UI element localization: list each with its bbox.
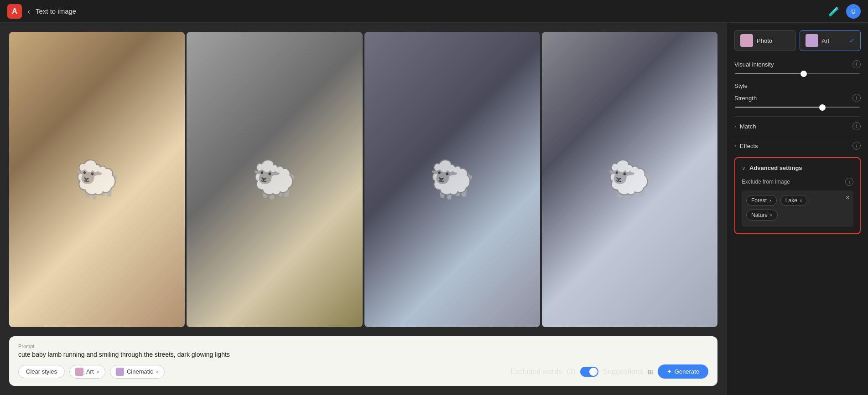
effects-label: Effects: [740, 143, 758, 149]
cinematic-style-tag[interactable]: Cinematic ×: [110, 365, 165, 379]
suggestions-icon: ⊞: [648, 368, 653, 375]
effects-chevron: ›: [734, 143, 736, 149]
advanced-settings-title: Advanced settings: [749, 164, 802, 171]
forest-tag-label: Forest: [751, 197, 767, 204]
image-cell-3[interactable]: 🐑: [364, 32, 540, 327]
lake-tag[interactable]: Lake ×: [780, 195, 807, 206]
match-row[interactable]: › Match i: [734, 116, 861, 136]
exclude-label: Exclude from image: [742, 179, 790, 185]
excluded-words-label: Excluded words: [510, 368, 562, 376]
page-title: Text to image: [36, 7, 76, 15]
advanced-settings-header[interactable]: ∨ Advanced settings: [742, 164, 853, 171]
strength-track: [735, 107, 860, 108]
visual-intensity-section: Visual intensity i: [734, 60, 861, 74]
cinematic-tag-close[interactable]: ×: [156, 369, 159, 374]
match-left: › Match: [734, 123, 756, 130]
tags-clear-button[interactable]: ×: [846, 194, 850, 201]
art-tab-thumb: [806, 34, 818, 47]
clear-styles-button[interactable]: Clear styles: [18, 365, 65, 378]
cinematic-style-icon: [116, 368, 124, 376]
match-label: Match: [740, 123, 756, 130]
suggestions-label: Suggestions: [603, 368, 643, 376]
center-content: 🐑 🐑 🐑 🐑 Prompt cute baby l: [0, 23, 727, 395]
visual-intensity-header: Visual intensity i: [734, 60, 861, 68]
visual-intensity-slider[interactable]: [734, 73, 861, 74]
right-sidebar: Photo Art ✓ Visual intensity i: [727, 23, 868, 395]
nature-tag[interactable]: Nature ×: [746, 210, 778, 221]
art-tab[interactable]: Art ✓: [800, 30, 861, 51]
advanced-settings-panel: ∨ Advanced settings Exclude from image i…: [734, 157, 861, 234]
art-tag-close[interactable]: ×: [97, 369, 99, 374]
generated-image-2: 🐑: [187, 32, 362, 327]
style-section-header: Style: [734, 82, 861, 89]
prompt-actions: Clear styles Art × Cinematic × Excluded …: [18, 364, 708, 379]
exclude-info-icon[interactable]: i: [845, 178, 853, 186]
visual-intensity-fill: [735, 73, 804, 74]
photo-tab-label: Photo: [757, 37, 772, 44]
lamb-image-overlay-4: 🐑: [542, 32, 717, 327]
generated-image-1: 🐑: [9, 32, 185, 327]
forest-tag-close[interactable]: ×: [769, 198, 772, 203]
image-cell-2[interactable]: 🐑: [187, 32, 362, 327]
lamb-image-overlay-2: 🐑: [187, 32, 362, 327]
strength-header: Strength i: [734, 94, 861, 102]
app-logo: A: [7, 4, 22, 19]
image-cell-4[interactable]: 🐑: [542, 32, 717, 327]
image-cell-1[interactable]: 🐑: [9, 32, 185, 327]
art-tab-label: Art: [822, 37, 830, 44]
generate-label: Generate: [675, 368, 699, 375]
excluded-words-section: Excluded words (3) Suggestions ⊞ ✦ Gener…: [510, 364, 708, 379]
generated-image-3: 🐑: [364, 32, 540, 327]
main-layout: 🐑 🐑 🐑 🐑 Prompt cute baby l: [0, 23, 868, 395]
top-bar-right: 🧪 U: [828, 4, 861, 19]
exclude-section-label: Exclude from image i: [742, 178, 853, 186]
art-tag-label: Art: [86, 368, 94, 375]
cinematic-tag-label: Cinematic: [127, 368, 153, 375]
excluded-count-badge: (3): [567, 368, 576, 376]
forest-tag[interactable]: Forest ×: [746, 195, 777, 206]
effects-info[interactable]: i: [852, 142, 861, 150]
tags-row-2: Nature ×: [746, 210, 849, 221]
back-button[interactable]: ‹: [27, 7, 30, 15]
prompt-label: Prompt: [18, 344, 708, 349]
tags-row-1: Forest × Lake ×: [746, 195, 849, 206]
visual-intensity-track: [735, 73, 860, 74]
top-bar: A ‹ Text to image 🧪 U: [0, 0, 868, 23]
photo-tab[interactable]: Photo: [734, 30, 796, 51]
effects-row[interactable]: › Effects i: [734, 136, 861, 155]
visual-intensity-thumb[interactable]: [800, 71, 807, 77]
effects-left: › Effects: [734, 143, 758, 149]
prompt-bar: Prompt cute baby lamb running and smilin…: [9, 336, 717, 386]
flask-icon[interactable]: 🧪: [828, 6, 840, 17]
generate-button[interactable]: ✦ Generate: [658, 364, 708, 379]
strength-fill: [735, 107, 822, 108]
avatar[interactable]: U: [846, 4, 861, 19]
visual-intensity-info[interactable]: i: [852, 60, 861, 68]
generate-icon: ✦: [667, 368, 672, 375]
lamb-image-overlay-1: 🐑: [9, 32, 185, 327]
lake-tag-close[interactable]: ×: [800, 198, 802, 203]
style-type-tabs: Photo Art ✓: [734, 30, 861, 51]
sidebar-scroll: Photo Art ✓ Visual intensity i: [727, 23, 868, 241]
image-grid: 🐑 🐑 🐑 🐑: [0, 23, 727, 332]
art-style-tag[interactable]: Art ×: [69, 365, 105, 379]
lake-tag-label: Lake: [785, 197, 797, 204]
strength-slider[interactable]: [734, 107, 861, 108]
match-chevron: ›: [734, 123, 736, 129]
toggle-thumb: [589, 368, 598, 376]
nature-tag-close[interactable]: ×: [770, 213, 773, 218]
match-info[interactable]: i: [852, 122, 861, 130]
visual-intensity-label: Visual intensity: [734, 61, 774, 68]
art-style-icon: [75, 368, 83, 376]
suggestions-toggle[interactable]: [580, 367, 598, 377]
lamb-image-overlay-3: 🐑: [364, 32, 540, 327]
art-tab-checkmark: ✓: [849, 37, 855, 44]
photo-tab-thumb: [740, 34, 753, 47]
style-label: Style: [734, 82, 748, 89]
exclude-tags-area: × Forest × Lake × Nature: [742, 190, 853, 227]
strength-thumb[interactable]: [819, 104, 826, 111]
style-section: Style Strength i: [734, 82, 861, 108]
strength-info[interactable]: i: [852, 94, 861, 102]
strength-label: Strength: [734, 95, 757, 102]
advanced-settings-chevron: ∨: [742, 165, 746, 171]
